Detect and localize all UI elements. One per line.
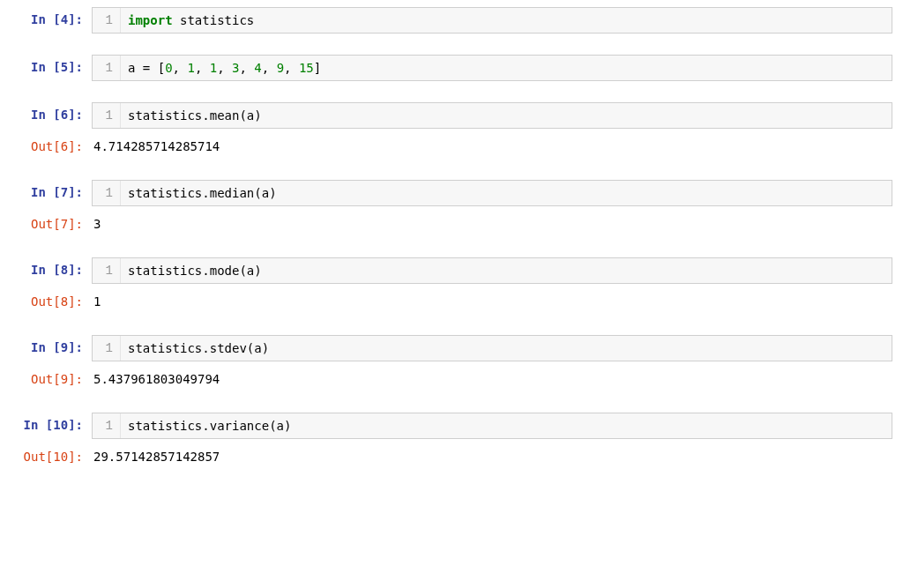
code-content[interactable]: statistics.mode(a)	[121, 258, 892, 283]
line-number: 1	[93, 413, 121, 438]
input-prompt: In [7]:	[11, 180, 92, 199]
code-area[interactable]: 1statistics.median(a)	[92, 180, 892, 206]
input-cell[interactable]: In [4]:1import statistics	[11, 7, 892, 33]
output-cell: Out[9]:5.437961803049794	[11, 367, 892, 391]
input-prompt: In [8]:	[11, 257, 92, 277]
input-prompt: In [9]:	[11, 335, 92, 354]
code-area[interactable]: 1import statistics	[92, 7, 892, 33]
line-number: 1	[93, 56, 121, 80]
input-cell[interactable]: In [6]:1statistics.mean(a)	[11, 102, 892, 129]
notebook-container: In [4]:1import statisticsIn [5]:1a = [0,…	[11, 7, 892, 490]
cell-spacer	[11, 39, 892, 55]
code-area[interactable]: 1statistics.mean(a)	[92, 102, 892, 129]
cell-spacer	[11, 474, 892, 490]
output-text: 3	[92, 212, 892, 236]
output-prompt: Out[9]:	[11, 367, 92, 386]
output-text: 1	[92, 289, 892, 314]
input-cell[interactable]: In [8]:1statistics.mode(a)	[11, 257, 892, 284]
line-number: 1	[93, 103, 121, 128]
code-area[interactable]: 1statistics.stdev(a)	[92, 335, 892, 361]
code-area[interactable]: 1a = [0, 1, 1, 3, 4, 9, 15]	[92, 55, 892, 81]
code-content[interactable]: a = [0, 1, 1, 3, 4, 9, 15]	[121, 56, 892, 80]
cell-spacer	[11, 164, 892, 180]
output-prompt: Out[8]:	[11, 289, 92, 309]
line-number: 1	[93, 181, 121, 205]
output-text: 29.57142857142857	[92, 444, 892, 469]
input-prompt: In [5]:	[11, 55, 92, 74]
output-text: 5.437961803049794	[92, 367, 892, 391]
input-cell[interactable]: In [10]:1statistics.variance(a)	[11, 413, 892, 439]
output-cell: Out[6]:4.714285714285714	[11, 134, 892, 159]
cell-spacer	[11, 242, 892, 257]
output-cell: Out[8]:1	[11, 289, 892, 314]
line-number: 1	[93, 258, 121, 283]
input-prompt: In [6]:	[11, 102, 92, 122]
code-content[interactable]: statistics.stdev(a)	[121, 336, 892, 361]
line-number: 1	[93, 8, 121, 33]
output-prompt: Out[7]:	[11, 212, 92, 231]
line-number: 1	[93, 336, 121, 361]
output-text: 4.714285714285714	[92, 134, 892, 159]
code-area[interactable]: 1statistics.mode(a)	[92, 257, 892, 284]
output-cell: Out[10]:29.57142857142857	[11, 444, 892, 469]
cell-spacer	[11, 86, 892, 102]
code-content[interactable]: import statistics	[121, 8, 892, 33]
cell-spacer	[11, 397, 892, 413]
code-content[interactable]: statistics.median(a)	[121, 181, 892, 205]
input-cell[interactable]: In [7]:1statistics.median(a)	[11, 180, 892, 206]
code-content[interactable]: statistics.variance(a)	[121, 413, 892, 438]
code-content[interactable]: statistics.mean(a)	[121, 103, 892, 128]
output-cell: Out[7]:3	[11, 212, 892, 236]
output-prompt: Out[10]:	[11, 444, 92, 464]
input-cell[interactable]: In [5]:1a = [0, 1, 1, 3, 4, 9, 15]	[11, 55, 892, 81]
code-area[interactable]: 1statistics.variance(a)	[92, 413, 892, 439]
input-cell[interactable]: In [9]:1statistics.stdev(a)	[11, 335, 892, 361]
cell-spacer	[11, 319, 892, 335]
input-prompt: In [4]:	[11, 7, 92, 26]
output-prompt: Out[6]:	[11, 134, 92, 153]
input-prompt: In [10]:	[11, 413, 92, 432]
